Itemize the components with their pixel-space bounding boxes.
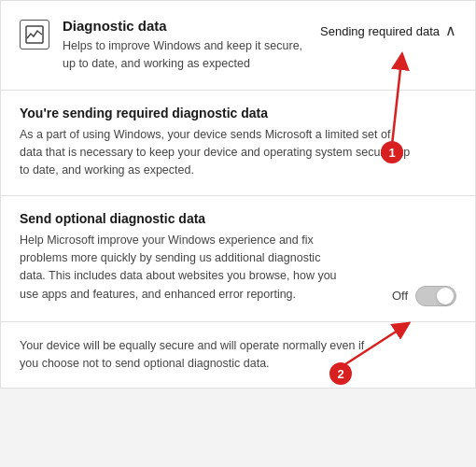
optional-diagnostic-section: Send optional diagnostic data Help Micro…	[1, 196, 475, 322]
security-note-section: Your device will be equally secure and w…	[1, 322, 475, 389]
security-note-description: Your device will be equally secure and w…	[20, 337, 374, 374]
sending-status-label: Sending required data	[320, 24, 440, 38]
diagnostic-title: Diagnostic data	[63, 18, 315, 34]
chevron-up-icon[interactable]: ∧	[445, 23, 456, 38]
optional-diagnostic-toggle[interactable]	[415, 286, 456, 306]
diagnostic-icon	[20, 20, 49, 50]
toggle-off-label: Off	[392, 289, 408, 303]
diagnostic-data-header: Diagnostic data Helps to improve Windows…	[1, 1, 475, 91]
sending-status-area[interactable]: Sending required data ∧	[320, 23, 456, 38]
optional-diagnostic-description: Help Microsoft improve your Windows expe…	[20, 232, 337, 304]
required-diagnostic-title: You're sending required diagnostic data	[20, 106, 456, 120]
diagnostic-description: Helps to improve Windows and keep it sec…	[63, 37, 315, 73]
optional-diagnostic-title: Send optional diagnostic data	[20, 211, 337, 226]
required-diagnostic-section: You're sending required diagnostic data …	[1, 91, 475, 196]
diagnostic-header-text: Diagnostic data Helps to improve Windows…	[63, 18, 315, 73]
toggle-row: Off	[392, 286, 456, 306]
optional-diagnostic-left: Send optional diagnostic data Help Micro…	[20, 211, 337, 304]
diagnostic-header-left: Diagnostic data Helps to improve Windows…	[20, 18, 315, 73]
optional-toggle-area: Off	[392, 286, 456, 306]
required-diagnostic-description: As a part of using Windows, your device …	[20, 126, 412, 180]
